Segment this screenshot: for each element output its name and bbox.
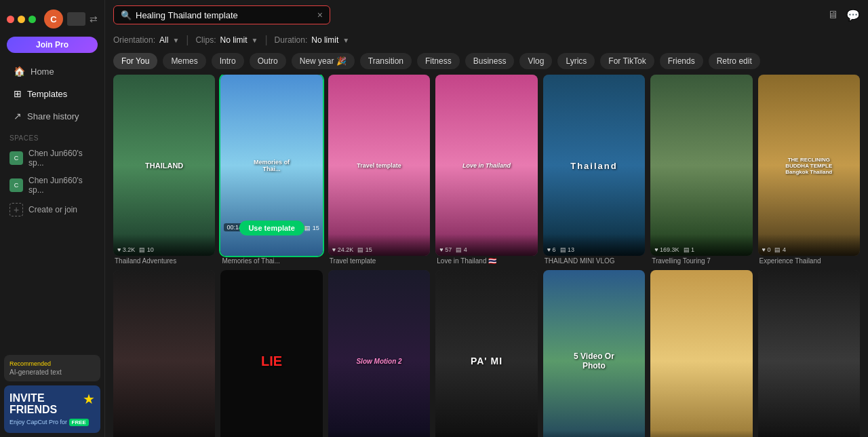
duration-filter[interactable]: Duration: No limit ▼ (275, 35, 350, 45)
tag-fitness[interactable]: Fitness (417, 53, 460, 69)
clips-select[interactable]: No limit (220, 35, 247, 45)
template-card-love-thailand[interactable]: Love in Thailand ♥ 57 ▤ 4 (435, 75, 537, 256)
tag-for-tiktok[interactable]: For TikTok (600, 53, 654, 69)
card-overlay-video-photo: ♥ 536.0K ▤ 6 (543, 430, 645, 437)
card-wrapper-memories: Memories of Thai... 00:14 ▤ 15 ☆ Use tem… (220, 75, 322, 265)
space-item-1[interactable]: C Chen Jun660's sp... (0, 145, 104, 172)
card-text-mini-vlog: Thailand (570, 160, 617, 170)
tag-retro-edit[interactable]: Retro edit (709, 53, 760, 69)
card-wrapper-title-desc: ♥ 83.5K ▤ 150 title in desc (650, 270, 752, 437)
card-text-travel: Travel template (357, 162, 401, 169)
card-overlay-no-lie: ♥ 386.0K ▤ 14 (220, 430, 322, 437)
template-grid: THAILAND ♥ 3.2K ▤ 10 Thailand Adventures… (113, 75, 860, 437)
card-img-trending (758, 270, 860, 437)
card-stats-travelling: ♥ 169.3K ▤ 1 (654, 246, 748, 253)
minimize-button[interactable] (18, 16, 25, 23)
card-img-love-thailand: Love in Thailand (435, 75, 537, 256)
sidebar-item-home[interactable]: 🏠 Home (4, 60, 100, 82)
card-stats-travel: ♥ 24.2K ▤ 15 (332, 246, 426, 253)
tag-transition[interactable]: Transition (360, 53, 412, 69)
chat-icon[interactable]: 💬 (846, 9, 860, 22)
join-pro-button[interactable]: Join Pro (7, 37, 98, 53)
card-overlay: ♥ 3.2K ▤ 10 (113, 234, 215, 256)
template-card-pami[interactable]: PA' MI ♥ 537.5K ▤ 12 (435, 270, 537, 437)
sidebar-item-templates[interactable]: ⊞ Templates (4, 83, 100, 104)
template-card-travelling[interactable]: ♥ 169.3K ▤ 1 (650, 75, 752, 256)
tag-lyrics[interactable]: Lyrics (557, 53, 595, 69)
card-label-thailand-adventures: Thailand Adventures (113, 257, 215, 265)
space-item-2[interactable]: C Chen Jun660's sp... (0, 172, 104, 199)
template-card-title-desc[interactable]: ♥ 83.5K ▤ 150 (650, 270, 752, 437)
card-wrapper-love-thailand: Love in Thailand ♥ 57 ▤ 4 Love in Thaila… (435, 75, 537, 265)
template-card-experience[interactable]: THE RECLINING BUDDHA TEMPLE Bangkok Thai… (758, 75, 860, 256)
card-wrapper-no-lie: LIE ♥ 386.0K ▤ 14 No Lie (220, 270, 322, 437)
tag-memes[interactable]: Memes (163, 53, 205, 69)
card-text-experience: THE RECLINING BUDDHA TEMPLE Bangkok Thai… (783, 156, 834, 174)
card-wrapper-travel: Travel template ♥ 24.2K ▤ 15 Travel temp… (328, 75, 430, 265)
card-label-love-thailand: Love in Thailand 🇹🇭 (435, 257, 537, 265)
views-stat-mini-vlog: ♥ 6 (547, 246, 556, 253)
template-card-video-photo[interactable]: 5 Video Or Photo ♥ 536.0K ▤ 6 (543, 270, 645, 437)
use-template-button[interactable]: Use template (239, 221, 304, 235)
tags-bar: For You Memes Intro Outro New year 🎉 Tra… (105, 50, 868, 75)
card-wrapper-velocity: ♥ 203.0K ▤ 2 Velocity (113, 270, 215, 437)
card-label-travel: Travel template (328, 257, 430, 265)
template-card-velocity[interactable]: ♥ 203.0K ▤ 2 (113, 270, 215, 437)
tag-for-you[interactable]: For You (113, 53, 157, 69)
template-card-thailand-adventures[interactable]: THAILAND ♥ 3.2K ▤ 10 (113, 75, 215, 256)
sidebar-item-share-history[interactable]: ↗ Share history (4, 105, 100, 127)
clips-filter[interactable]: Clips: No limit ▼ (195, 35, 258, 45)
search-input[interactable]: Healing Thailand template (136, 10, 313, 20)
clips-stat-mini-vlog: ▤ 13 (560, 246, 575, 253)
home-icon: 🏠 (14, 66, 25, 77)
template-card-memories[interactable]: Memories of Thai... 00:14 ▤ 15 ☆ Use tem… (220, 75, 322, 256)
monitor-icon[interactable]: 🖥 (827, 9, 838, 22)
duration-select[interactable]: No limit (311, 35, 338, 45)
orientation-select[interactable]: All (159, 35, 168, 45)
card-overlay-experience: ♥ 0 ▤ 4 (758, 234, 860, 256)
tag-business[interactable]: Business (465, 53, 515, 69)
template-card-travel[interactable]: Travel template ♥ 24.2K ▤ 15 (328, 75, 430, 256)
recommend-banner[interactable]: Recommended AI-generated text (4, 355, 100, 381)
card-overlay-pami: ♥ 537.5K ▤ 12 (435, 430, 537, 437)
clips-label: Clips: (195, 35, 216, 45)
tag-outro[interactable]: Outro (250, 53, 286, 69)
card-img-travelling (650, 75, 752, 256)
search-bar[interactable]: 🔍 Healing Thailand template × (113, 5, 330, 24)
maximize-button[interactable] (28, 16, 36, 23)
template-card-slow-motion[interactable]: Slow Motion 2 ♥ 29.0K ▤ 3 (328, 270, 430, 437)
card-text-pami: PA' MI (471, 356, 502, 366)
card-wrapper-pami: PA' MI ♥ 537.5K ▤ 12 como te llamas (435, 270, 537, 437)
space-label-1: Chen Jun660's sp... (28, 149, 95, 168)
card-label-mini-vlog: THAILAND MINI VLOG (543, 257, 645, 265)
card-wrapper-trending: ♥ 71.6K ▤ 9 Trending Now (758, 270, 860, 437)
tag-friends[interactable]: Friends (660, 53, 703, 69)
card-img-experience: THE RECLINING BUDDHA TEMPLE Bangkok Thai… (758, 75, 860, 256)
clips-stat: ▤ 10 (139, 246, 154, 253)
duration-chevron: ▼ (342, 37, 349, 44)
switch-icon[interactable]: ⇄ (90, 14, 98, 24)
search-clear-button[interactable]: × (317, 10, 323, 20)
clips-stat-experience: ▤ 4 (774, 246, 786, 253)
invite-sub: Enjoy CapCut Pro for FREE (9, 419, 95, 426)
template-card-mini-vlog[interactable]: Thailand ♥ 6 ▤ 13 (543, 75, 645, 256)
filters-bar: Orientation: All ▼ | Clips: No limit ▼ |… (105, 30, 868, 50)
avatar[interactable]: C (44, 10, 63, 28)
sidebar-bottom: Recommended AI-generated text ★ INVITE F… (0, 351, 104, 437)
template-card-trending[interactable]: ♥ 71.6K ▤ 9 (758, 270, 860, 437)
search-icon: 🔍 (121, 10, 132, 20)
create-join[interactable]: + Create or join (0, 199, 104, 221)
invite-friends-card[interactable]: ★ INVITE FRIENDS Enjoy CapCut Pro for FR… (4, 385, 100, 433)
clips-stat-travelling: ▤ 1 (684, 246, 695, 253)
header-icons: 🖥 💬 (827, 9, 860, 22)
orientation-filter[interactable]: Orientation: All ▼ (113, 35, 179, 45)
tag-intro[interactable]: Intro (212, 53, 244, 69)
filter-sep-1: | (186, 34, 189, 46)
tag-new-year[interactable]: New year 🎉 (292, 53, 355, 69)
template-card-no-lie[interactable]: LIE ♥ 386.0K ▤ 14 (220, 270, 322, 437)
close-button[interactable] (7, 16, 14, 23)
card-wrapper-mini-vlog: Thailand ♥ 6 ▤ 13 THAILAND MINI VLOG (543, 75, 645, 265)
card-label-travelling: Travelling Touring 7 (650, 257, 752, 265)
card-label-experience: Experience Thailand (758, 257, 860, 265)
tag-vlog[interactable]: Vlog (519, 53, 552, 69)
